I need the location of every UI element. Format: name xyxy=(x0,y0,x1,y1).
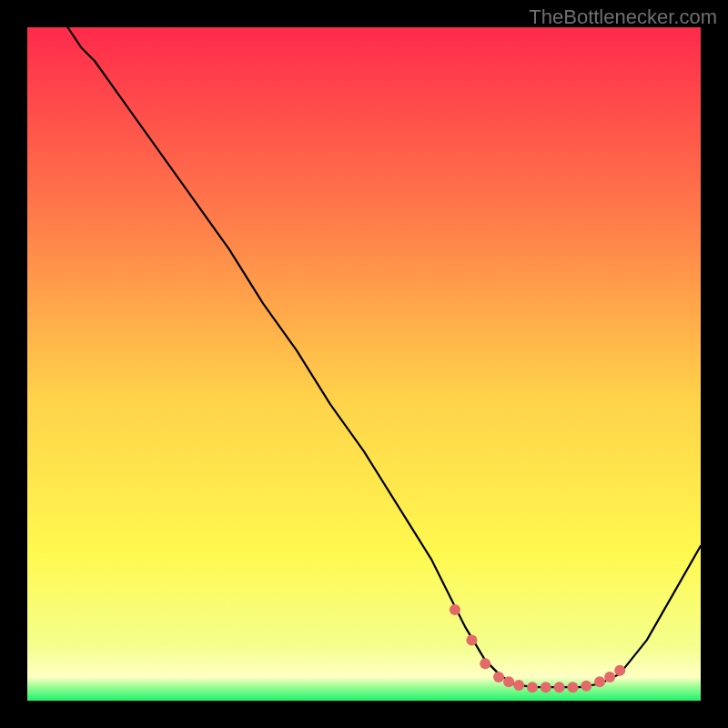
attribution-label: TheBottlenecker.com xyxy=(529,5,717,29)
optimal-marker xyxy=(513,680,524,691)
plot-area xyxy=(27,27,701,701)
optimal-marker xyxy=(480,658,490,669)
optimal-marker xyxy=(527,682,538,693)
optimal-marker xyxy=(466,634,477,645)
optimal-marker xyxy=(493,672,504,682)
optimal-marker xyxy=(541,682,551,693)
chart-frame: TheBottlenecker.com xyxy=(0,0,728,728)
bottleneck-chart xyxy=(27,27,701,701)
optimal-marker xyxy=(554,682,565,693)
optimal-marker xyxy=(450,604,460,615)
optimal-marker xyxy=(604,672,615,682)
gradient-background xyxy=(27,27,701,701)
optimal-marker xyxy=(594,676,605,687)
optimal-marker xyxy=(503,676,514,687)
optimal-marker xyxy=(567,682,578,693)
optimal-marker xyxy=(614,665,625,676)
optimal-marker xyxy=(581,681,592,692)
